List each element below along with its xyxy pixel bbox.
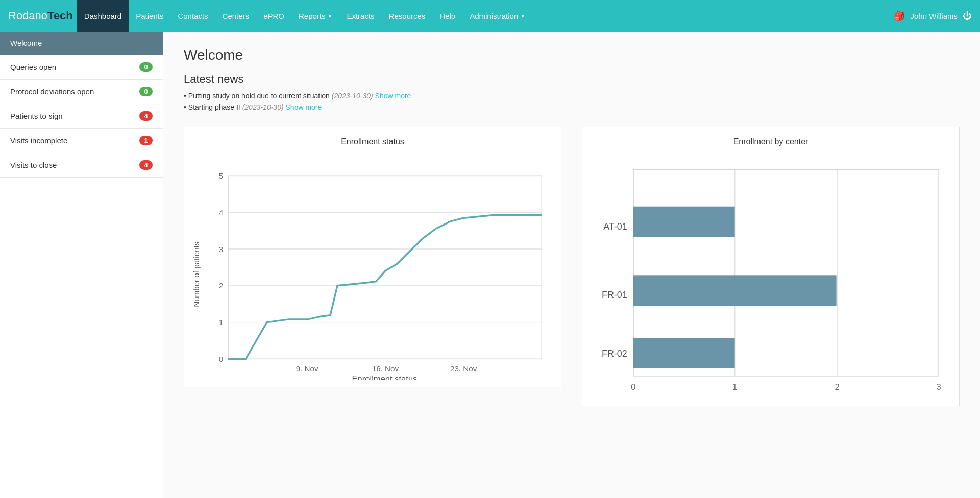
svg-text:0: 0 xyxy=(631,382,635,391)
brand-logo[interactable]: RodanoTech xyxy=(8,9,73,22)
sidebar-item-visits-incomplete-label: Visits incomplete xyxy=(10,136,67,145)
visits-to-close-badge: 4 xyxy=(139,160,153,170)
bag-icon[interactable]: 🎒 xyxy=(894,10,905,21)
protocol-deviations-badge: 0 xyxy=(139,87,153,96)
sidebar-item-patients-to-sign[interactable]: Patients to sign 4 xyxy=(0,104,163,129)
svg-text:Number of patients: Number of patients xyxy=(192,241,201,307)
navbar-right: 🎒 John Williams ⏻ xyxy=(894,10,972,21)
svg-text:1: 1 xyxy=(219,318,223,327)
nav-reports[interactable]: Reports ▼ xyxy=(291,0,339,32)
sidebar-item-visits-to-close[interactable]: Visits to close 4 xyxy=(0,153,163,178)
nav-resources[interactable]: Resources xyxy=(382,0,433,32)
news-item-1: Putting study on hold due to current sit… xyxy=(184,92,960,100)
news-item-2-text: Starting phase II xyxy=(188,103,242,111)
sidebar-item-protocol-deviations[interactable]: Protocol deviations open 0 xyxy=(0,80,163,104)
sidebar-item-patients-to-sign-label: Patients to sign xyxy=(10,112,63,120)
nav-administration[interactable]: Administration ▼ xyxy=(462,0,532,32)
svg-text:2: 2 xyxy=(219,281,223,290)
news-item-2-date: (2023-10-30) xyxy=(242,103,284,111)
page-title: Welcome xyxy=(184,47,960,63)
sidebar-item-queries-open-label: Queries open xyxy=(10,63,56,71)
brand-bold: Tech xyxy=(47,9,73,22)
queries-open-badge: 0 xyxy=(139,62,153,72)
enrollment-status-title: Enrollment status xyxy=(189,137,556,146)
svg-text:1: 1 xyxy=(732,382,737,391)
svg-text:0: 0 xyxy=(219,355,223,363)
news-list: Putting study on hold due to current sit… xyxy=(184,92,960,111)
svg-text:Enrollment status: Enrollment status xyxy=(352,374,418,380)
svg-text:9. Nov: 9. Nov xyxy=(296,364,318,373)
news-item-1-show-more[interactable]: Show more xyxy=(375,92,411,100)
nav-centers[interactable]: Centers xyxy=(215,0,257,32)
svg-text:3: 3 xyxy=(219,245,223,254)
user-name[interactable]: John Williams xyxy=(910,12,958,20)
logout-icon[interactable]: ⏻ xyxy=(963,11,972,21)
visits-incomplete-badge: 1 xyxy=(139,136,153,145)
nav-contacts[interactable]: Contacts xyxy=(170,0,215,32)
sidebar-item-welcome[interactable]: Welcome xyxy=(0,32,163,55)
svg-text:16. Nov: 16. Nov xyxy=(372,364,399,373)
svg-text:4: 4 xyxy=(219,208,223,217)
news-item-1-date: (2023-10-30) xyxy=(332,92,373,100)
reports-dropdown-arrow: ▼ xyxy=(328,13,333,19)
sidebar-item-welcome-label: Welcome xyxy=(10,39,42,47)
news-title: Latest news xyxy=(184,72,960,86)
enrollment-by-center-title: Enrollment by center xyxy=(587,137,954,146)
sidebar: Welcome Queries open 0 Protocol deviatio… xyxy=(0,32,163,498)
svg-text:FR-01: FR-01 xyxy=(602,290,627,300)
admin-dropdown-arrow: ▼ xyxy=(520,13,525,19)
sidebar-item-visits-to-close-label: Visits to close xyxy=(10,161,57,169)
sidebar-item-protocol-deviations-label: Protocol deviations open xyxy=(10,87,94,96)
sidebar-item-visits-incomplete[interactable]: Visits incomplete 1 xyxy=(0,129,163,153)
navbar: RodanoTech Dashboard Patients Contacts C… xyxy=(0,0,980,32)
svg-rect-26 xyxy=(633,207,735,237)
svg-text:2: 2 xyxy=(835,382,840,391)
charts-row: Enrollment status 5 4 3 2 1 xyxy=(184,127,960,406)
svg-text:FR-02: FR-02 xyxy=(602,348,627,359)
svg-rect-28 xyxy=(633,338,735,368)
news-item-1-text: Putting study on hold due to current sit… xyxy=(188,92,332,100)
svg-text:AT-01: AT-01 xyxy=(603,221,627,232)
sidebar-item-queries-open[interactable]: Queries open 0 xyxy=(0,55,163,80)
nav-extracts[interactable]: Extracts xyxy=(339,0,381,32)
main-container: Welcome Queries open 0 Protocol deviatio… xyxy=(0,32,980,498)
svg-text:23. Nov: 23. Nov xyxy=(450,364,477,373)
nav-dashboard[interactable]: Dashboard xyxy=(77,0,129,32)
main-content: Welcome Latest news Putting study on hol… xyxy=(163,32,980,498)
svg-rect-27 xyxy=(633,275,837,306)
patients-to-sign-badge: 4 xyxy=(139,111,153,121)
enrollment-status-chart: Enrollment status 5 4 3 2 1 xyxy=(184,127,561,387)
nav-patients[interactable]: Patients xyxy=(129,0,170,32)
svg-rect-6 xyxy=(228,176,542,359)
nav-help[interactable]: Help xyxy=(432,0,462,32)
news-item-2: Starting phase II (2023-10-30) Show more xyxy=(184,103,960,111)
svg-text:3: 3 xyxy=(936,382,941,391)
brand-plain: Rodano xyxy=(8,9,47,22)
nav-epro[interactable]: ePRO xyxy=(256,0,291,32)
svg-text:5: 5 xyxy=(219,171,223,180)
news-item-2-show-more[interactable]: Show more xyxy=(285,103,322,111)
bar-chart-svg: AT-01 FR-01 FR-02 0 1 2 3 xyxy=(587,155,954,399)
line-chart-svg: 5 4 3 2 1 0 Number of patients 9. Nov 16… xyxy=(189,155,556,380)
enrollment-by-center-chart: Enrollment by center AT-01 FR-01 FR-02 xyxy=(582,127,960,406)
